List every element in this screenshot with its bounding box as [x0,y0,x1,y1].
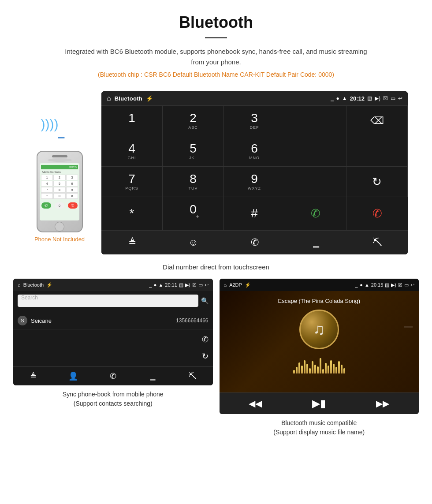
phonebook-caption: Sync phone-book from mobile phone (Suppo… [13,385,213,411]
wifi-status-icon: ▲ [342,95,347,101]
dial-end-btn[interactable]: ✆ [346,197,408,230]
phone-key-2: 2 [53,175,65,180]
pb-signal-icon: ▲ [158,282,163,287]
eq-bar [338,361,340,373]
dial-key-5[interactable]: 5JKL [163,136,224,167]
music-frame: ⌂ A2DP ⚡ ⎯ ● ▲ 20:15 ▧ ▶) ☒ ▭ ↩ Es [220,279,419,414]
search-placeholder: Search [21,295,38,301]
nav-bluetooth-nav-btn[interactable]: ⎯ [285,234,346,251]
camera-icon: ▧ [367,95,372,101]
phone-key-5: 5 [53,181,65,187]
play-pause-btn[interactable]: ▶▮ [312,397,326,410]
phone-end-btn: ✆ [68,202,78,209]
dial-key-star[interactable]: * [101,197,163,230]
pb-back-icon: ↩ [205,282,209,288]
bottom-screenshots: ⌂ Bluetooth ⚡ ⎯ ● ▲ 20:11 ▧ ▶) ☒ ▭ ↩ [0,279,432,448]
dial-redial-btn[interactable]: ↻ [346,167,408,197]
dial-empty-2 [285,136,346,167]
bt-overlay-icon: ⎯ [404,313,412,328]
pb-nav-link[interactable]: ⛏ [173,370,213,383]
add-contacts-label: Add to Contacts [41,170,78,174]
status-bar-left: ⌂ Bluetooth ⚡ [107,94,153,102]
eq-bar [293,370,295,373]
phone-screen: MOTO Add to Contacts 1 2 3 4 5 6 7 8 9 *… [40,163,79,220]
dial-key-7[interactable]: 7PQRS [101,167,163,197]
prev-btn[interactable]: ◀◀ [249,398,262,409]
eq-bar [314,365,316,373]
pb-usb-icon: ⚡ [46,282,52,288]
music-caption: Bluetooth music compatible (Support disp… [220,414,419,439]
phone-not-included-label: Phone Not Included [34,236,85,243]
phonebook-screenshot-block: ⌂ Bluetooth ⚡ ⎯ ● ▲ 20:11 ▧ ▶) ☒ ▭ ↩ [13,279,213,439]
pb-phone-icon[interactable]: ✆ [202,335,209,344]
home-icon: ⌂ [107,94,111,102]
dial-key-4[interactable]: 4GHI [101,136,163,167]
phone-key-hash: # [66,193,78,199]
eq-bar [312,361,313,373]
pb-search-bar: Search 🔍 [18,295,209,307]
page-header: Bluetooth Integrated with BC6 Bluetooth … [0,0,432,91]
nav-phone-btn[interactable]: ✆ [224,234,285,251]
pb-win-icon: ▭ [198,282,203,288]
pb-bt-icon: ⎯ [149,282,152,287]
dial-key-hash[interactable]: # [224,197,285,230]
dial-empty-3 [346,136,408,167]
dial-key-6[interactable]: 6MNO [224,136,285,167]
dial-backspace-btn[interactable]: ⌫ [346,106,408,136]
dial-section: )))) ⎯ MOTO Add to Contacts 1 2 3 4 5 6 [0,91,432,259]
contact-number: 13566664466 [176,317,208,324]
dial-key-2[interactable]: 2ABC [163,106,224,136]
phone-keypad: 1 2 3 4 5 6 7 8 9 * 0 # [41,175,78,199]
pb-nav-person[interactable]: 👤 [53,370,93,383]
phone-key-4: 4 [41,181,53,187]
dial-key-9[interactable]: 9WXYZ [224,167,285,197]
dial-bottom-nav: ≜ ☺ ✆ ⎯ ⛏ [101,230,408,254]
pb-x-icon: ☒ [192,282,197,288]
usb-icon: ⚡ [146,95,153,102]
pb-bottom-nav: ≜ 👤 ✆ ⎯ ⛏ [13,366,213,385]
back-icon: ↩ [398,95,402,101]
phone-0-btn: 0 [55,202,64,209]
pb-nav-dialpad[interactable]: ≜ [13,370,53,383]
volume-icon: ▶) [375,95,380,101]
pb-search-icon[interactable]: 🔍 [201,297,209,304]
eq-bar [328,366,329,373]
nav-contacts-btn[interactable]: ☺ [163,234,224,251]
table-row: S Seicane 13566664466 [13,312,213,329]
pb-refresh-icon[interactable]: ↻ [202,351,209,361]
music-bt-icon: ⎯ [355,282,358,287]
dial-grid: 1_ 2ABC 3DEF ⌫ 4GHI 5JKL 6MNO [101,105,408,230]
dial-call-btn[interactable]: ✆ [285,197,346,230]
pb-time: 20:11 [165,282,177,287]
music-signal-icon: ▲ [365,282,369,287]
pb-app-name: Bluetooth [23,282,44,287]
phone-key-9: 9 [66,187,78,193]
music-screenshot-block: ⌂ A2DP ⚡ ⎯ ● ▲ 20:15 ▧ ▶) ☒ ▭ ↩ Es [220,279,419,439]
dial-key-1[interactable]: 1_ [101,106,163,136]
dial-key-3[interactable]: 3DEF [224,106,285,136]
eq-bar [317,366,319,373]
nav-link-btn[interactable]: ⛏ [346,234,408,251]
music-status-left: ⌂ A2DP ⚡ [224,282,251,288]
phone-key-0: 0 [53,193,65,199]
pb-contact-list: S Seicane 13566664466 [13,310,213,331]
next-btn[interactable]: ▶▶ [376,398,389,409]
dial-key-8[interactable]: 8TUV [163,167,224,197]
pb-search-input[interactable]: Search [18,295,198,307]
dial-caption: Dial number direct from touchscreen [0,259,432,279]
phone-key-7: 7 [41,187,53,193]
pb-loc-icon: ● [154,282,157,287]
dial-key-0[interactable]: 0+ [163,197,224,230]
music-loc-icon: ● [360,282,363,287]
eq-bar [298,362,300,373]
location-icon: ● [336,95,339,101]
music-app-name: A2DP [229,282,242,287]
phone-key-star: * [41,193,53,199]
eq-bar [306,364,308,373]
music-status-bar: ⌂ A2DP ⚡ ⎯ ● ▲ 20:15 ▧ ▶) ☒ ▭ ↩ [220,279,419,291]
pb-nav-phone[interactable]: ✆ [93,370,133,383]
phone-key-1: 1 [41,175,53,180]
nav-dialpad-btn[interactable]: ≜ [101,234,163,251]
pb-nav-bt[interactable]: ⎯ [133,370,173,383]
pb-vol-icon: ▶) [185,282,190,288]
